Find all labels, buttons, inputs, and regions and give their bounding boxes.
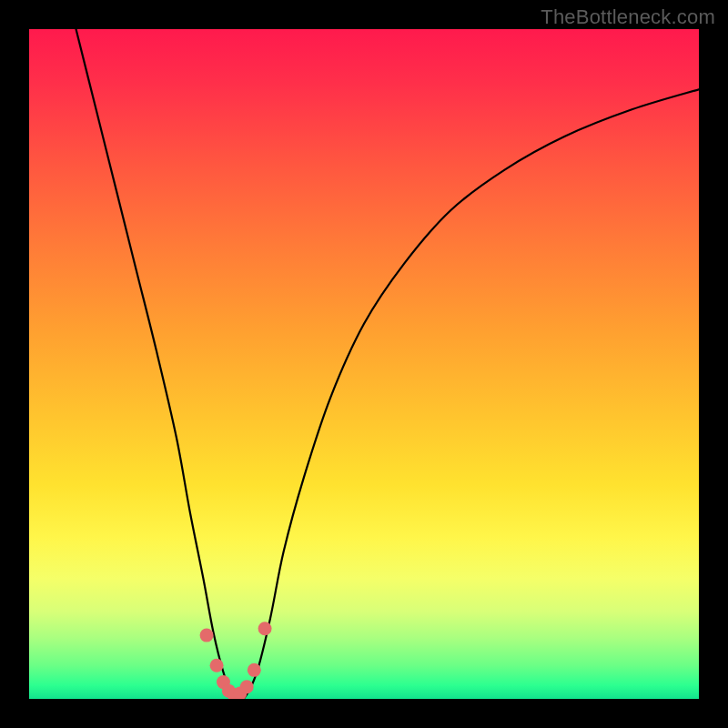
- bottleneck-curve: [76, 29, 699, 699]
- plot-area: [29, 29, 699, 699]
- marker-dot: [248, 663, 261, 677]
- marker-dot: [258, 622, 272, 635]
- watermark-text: TheBottleneck.com: [541, 5, 715, 29]
- curve-layer: [29, 29, 699, 699]
- marker-dot: [210, 659, 224, 672]
- marker-dot: [240, 680, 254, 693]
- marker-dot: [200, 629, 214, 642]
- chart-frame: TheBottleneck.com: [0, 0, 728, 728]
